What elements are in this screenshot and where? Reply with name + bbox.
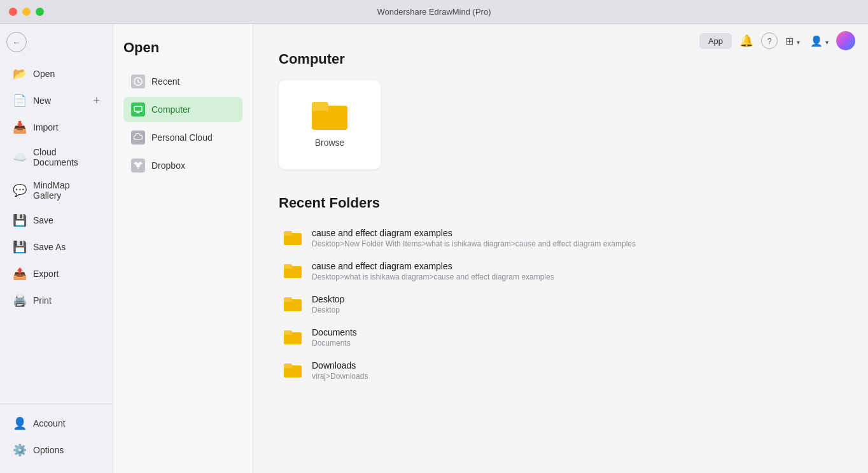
folder-item[interactable]: cause and effect diagram examples Deskto…	[279, 255, 843, 288]
panel-title: Open	[123, 39, 242, 56]
folder-path: Desktop>what is ishikawa diagram>cause a…	[312, 272, 554, 281]
sidebar-label-open: Open	[33, 69, 100, 79]
sidebar-bottom: 👤 Account ⚙️ Options	[0, 404, 113, 473]
export-icon: 📤	[13, 267, 27, 281]
browse-card[interactable]: Browse	[279, 80, 381, 169]
sidebar-label-account: Account	[33, 418, 100, 428]
grid-chevron-icon: ▾	[797, 39, 800, 46]
browse-label: Browse	[315, 138, 345, 148]
save-icon: 💾	[13, 213, 27, 227]
computer-icon	[131, 102, 145, 116]
sidebar: ← 📂 Open 📄 New + 📥 Import ☁️ Cloud Do	[0, 24, 113, 473]
folder-icon-small	[284, 297, 302, 311]
app-button[interactable]: App	[699, 33, 732, 49]
folder-icon-small	[284, 330, 302, 344]
folder-name: cause and effect diagram examples	[312, 228, 636, 238]
folder-info: cause and effect diagram examples Deskto…	[312, 228, 636, 248]
user-icon: 👤	[810, 36, 823, 46]
sidebar-item-import[interactable]: 📥 Import	[6, 115, 106, 140]
folder-path: viraj>Downloads	[312, 372, 368, 381]
window-controls	[9, 8, 44, 16]
folder-info: cause and effect diagram examples Deskto…	[312, 261, 554, 281]
mindmap-gallery-icon: 💬	[13, 183, 27, 197]
sidebar-label-export: Export	[33, 269, 100, 279]
sidebar-label-mindmap-gallery: MindMap Gallery	[33, 180, 100, 201]
sidebar-label-new: New	[33, 95, 87, 106]
maximize-button[interactable]	[36, 8, 44, 16]
sidebar-label-save: Save	[33, 215, 100, 225]
sidebar-item-save[interactable]: 💾 Save	[6, 208, 106, 233]
folder-info: Documents Documents	[312, 327, 357, 348]
print-icon: 🖨️	[13, 293, 27, 307]
sidebar-top: ← 📂 Open 📄 New + 📥 Import ☁️ Cloud Do	[0, 24, 113, 404]
new-icon: 📄	[13, 94, 27, 108]
panel-label-dropbox: Dropbox	[151, 160, 185, 171]
sidebar-item-open[interactable]: 📂 Open	[6, 61, 106, 87]
panel-label-computer: Computer	[151, 104, 190, 115]
folder-info: Downloads viraj>Downloads	[312, 360, 368, 381]
sidebar-label-options: Options	[33, 445, 100, 455]
user-avatar[interactable]	[836, 31, 855, 50]
panel-label-personal-cloud: Personal Cloud	[151, 132, 213, 143]
folder-item[interactable]: Downloads viraj>Downloads	[279, 354, 843, 387]
notification-button[interactable]: 🔔	[737, 31, 756, 50]
open-panel: Open Recent Computer	[113, 24, 253, 473]
sidebar-item-new[interactable]: 📄 New +	[6, 88, 106, 113]
personal-cloud-icon	[131, 131, 145, 145]
panel-item-dropbox[interactable]: Dropbox	[123, 153, 242, 178]
sidebar-label-import: Import	[33, 122, 100, 132]
panel-item-personal-cloud[interactable]: Personal Cloud	[123, 125, 242, 150]
close-button[interactable]	[9, 8, 17, 16]
folder-item[interactable]: Documents Documents	[279, 321, 843, 354]
help-button[interactable]: ?	[761, 32, 778, 49]
folder-icon-small	[284, 364, 302, 378]
grid-icon: ⊞	[785, 36, 794, 46]
new-plus-button[interactable]: +	[93, 95, 100, 106]
folder-name: cause and effect diagram examples	[312, 261, 554, 271]
recent-icon	[131, 74, 145, 88]
back-arrow-icon: ←	[12, 38, 20, 47]
folder-path: Desktop	[312, 306, 344, 314]
window-title: Wondershare EdrawMind (Pro)	[377, 7, 491, 17]
titlebar: Wondershare EdrawMind (Pro)	[0, 0, 868, 24]
sidebar-item-options[interactable]: ⚙️ Options	[6, 437, 106, 463]
dropbox-icon	[131, 159, 145, 173]
user-menu-button[interactable]: 👤 ▾	[808, 32, 831, 50]
panel-item-recent[interactable]: Recent	[123, 69, 242, 94]
folder-info: Desktop Desktop	[312, 294, 344, 314]
back-button[interactable]: ←	[6, 32, 27, 52]
open-icon: 📂	[13, 67, 27, 81]
topbar: App 🔔 ? ⊞ ▾ 👤 ▾	[699, 24, 868, 57]
panel-item-computer[interactable]: Computer	[123, 97, 242, 122]
sidebar-item-export[interactable]: 📤 Export	[6, 261, 106, 286]
panel-label-recent: Recent	[151, 76, 179, 87]
account-icon: 👤	[13, 416, 27, 430]
main-content: App 🔔 ? ⊞ ▾ 👤 ▾ Computer Browse R	[253, 24, 868, 473]
sidebar-label-print: Print	[33, 295, 100, 306]
folder-icon-small	[284, 231, 302, 245]
user-chevron-icon: ▾	[825, 39, 829, 46]
sidebar-item-save-as[interactable]: 💾 Save As	[6, 234, 106, 260]
help-icon: ?	[767, 36, 771, 46]
sidebar-item-mindmap-gallery[interactable]: 💬 MindMap Gallery	[6, 174, 106, 206]
browse-folder-icon	[312, 102, 347, 130]
minimize-button[interactable]	[22, 8, 31, 16]
import-icon: 📥	[13, 120, 27, 134]
folder-item[interactable]: Desktop Desktop	[279, 288, 843, 321]
folder-icon-small	[284, 264, 302, 278]
sidebar-label-save-as: Save As	[33, 242, 100, 252]
notification-icon: 🔔	[739, 34, 753, 47]
app-body: ← 📂 Open 📄 New + 📥 Import ☁️ Cloud Do	[0, 24, 868, 473]
folder-name: Desktop	[312, 294, 344, 304]
apps-grid-button[interactable]: ⊞ ▾	[783, 32, 802, 50]
svg-rect-1	[134, 106, 142, 111]
recent-folders-title: Recent Folders	[279, 195, 843, 211]
folder-name: Documents	[312, 327, 357, 337]
cloud-documents-icon: ☁️	[13, 150, 27, 164]
sidebar-item-print[interactable]: 🖨️ Print	[6, 288, 106, 313]
sidebar-item-account[interactable]: 👤 Account	[6, 411, 106, 436]
folder-path: Desktop>New Folder With Items>what is is…	[312, 239, 636, 248]
folder-path: Documents	[312, 339, 357, 348]
folder-item[interactable]: cause and effect diagram examples Deskto…	[279, 222, 843, 255]
sidebar-item-cloud-documents[interactable]: ☁️ Cloud Documents	[6, 141, 106, 173]
